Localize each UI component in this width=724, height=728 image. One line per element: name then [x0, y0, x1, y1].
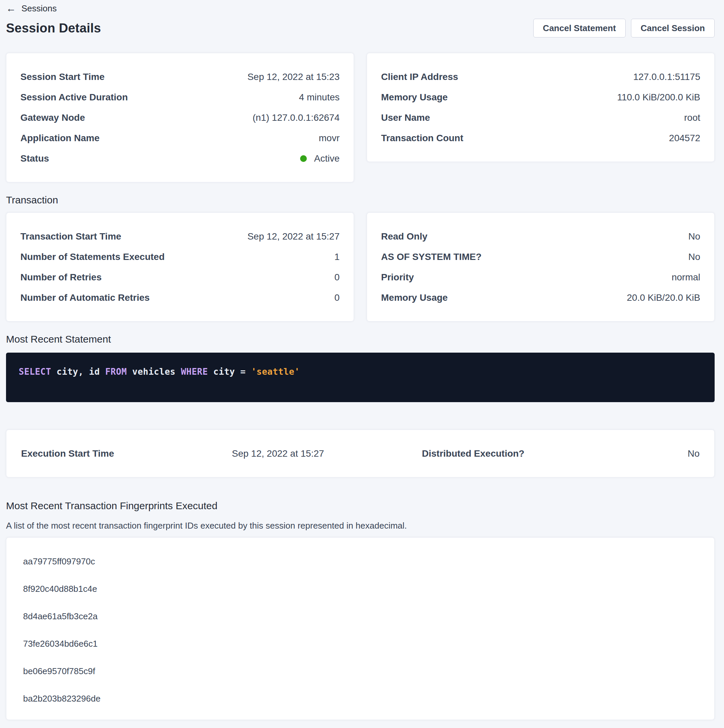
kv-row-transaction-count: Transaction Count 204572 [381, 128, 700, 148]
kv-row-retries: Number of Retries 0 [20, 267, 340, 288]
distributed-execution-label: Distributed Execution? [422, 448, 687, 459]
execution-details-card: Execution Start Time Sep 12, 2022 at 15:… [6, 430, 715, 477]
status-badge: Active [300, 153, 340, 164]
back-link-label: Sessions [21, 3, 57, 14]
kv-value: 1 [334, 252, 340, 262]
execution-start-time-label: Execution Start Time [21, 448, 232, 459]
cancel-statement-button[interactable]: Cancel Statement [533, 19, 626, 37]
cancel-session-button[interactable]: Cancel Session [631, 19, 715, 37]
execution-start-time-value: Sep 12, 2022 at 15:27 [232, 448, 422, 459]
transaction-card-left: Transaction Start Time Sep 12, 2022 at 1… [6, 213, 354, 321]
kv-value: 0 [334, 292, 340, 303]
kv-value: 204572 [669, 133, 700, 144]
sql-plain: city = [208, 367, 251, 377]
top-nav: ← Sessions [6, 0, 715, 14]
kv-label: Client IP Address [381, 72, 458, 82]
sql-statement-text: SELECT city, id FROM vehicles WHERE city… [19, 367, 702, 377]
kv-value: 20.0 KiB/20.0 KiB [627, 292, 700, 303]
kv-value: 4 minutes [299, 92, 340, 103]
transaction-row: Transaction Start Time Sep 12, 2022 at 1… [6, 213, 715, 321]
kv-row-memory-usage: Memory Usage 110.0 KiB/200.0 KiB [381, 87, 700, 107]
kv-value: 110.0 KiB/200.0 KiB [617, 92, 700, 103]
gateway-node-link[interactable]: (n1) 127.0.0.1:62674 [253, 112, 340, 123]
session-summary-card-left: Session Start Time Sep 12, 2022 at 15:23… [6, 53, 354, 182]
kv-label: Session Start Time [20, 72, 105, 82]
sql-plain: city, id [51, 367, 106, 377]
header-buttons: Cancel Statement Cancel Session [533, 19, 715, 37]
sql-keyword: WHERE [181, 367, 208, 377]
kv-value: movr [319, 133, 340, 144]
kv-row-status: Status Active [20, 148, 340, 168]
fingerprint-list-item: 8d4ae61a5fb3ce2a [23, 603, 700, 630]
kv-row-transaction-start-time: Transaction Start Time Sep 12, 2022 at 1… [20, 226, 340, 246]
kv-label: AS OF SYSTEM TIME? [381, 252, 481, 262]
kv-value: 0 [334, 272, 340, 283]
transaction-section-heading: Transaction [6, 194, 715, 206]
status-active-dot-icon [300, 155, 307, 162]
back-arrow-icon: ← [6, 3, 16, 14]
kv-value: No [688, 231, 700, 242]
kv-value: Sep 12, 2022 at 15:27 [247, 231, 340, 242]
sql-statement-box: SELECT city, id FROM vehicles WHERE city… [6, 353, 715, 402]
fingerprint-list-item: 8f920c40d88b1c4e [23, 575, 700, 603]
kv-row-priority: Priority normal [381, 267, 700, 288]
sql-keyword: SELECT [19, 367, 51, 377]
kv-row-read-only: Read Only No [381, 226, 700, 246]
fingerprint-list-item: be06e9570f785c9f [23, 658, 700, 685]
session-summary-row: Session Start Time Sep 12, 2022 at 15:23… [6, 53, 715, 182]
session-summary-card-right: Client IP Address 127.0.0.1:51175 Memory… [367, 53, 715, 162]
kv-row-as-of-system-time: AS OF SYSTEM TIME? No [381, 246, 700, 267]
kv-label: Gateway Node [20, 112, 85, 123]
kv-label: Number of Automatic Retries [20, 292, 150, 303]
kv-row-txn-memory-usage: Memory Usage 20.0 KiB/20.0 KiB [381, 288, 700, 308]
kv-value: Sep 12, 2022 at 15:23 [247, 72, 340, 82]
kv-row-automatic-retries: Number of Automatic Retries 0 [20, 288, 340, 308]
kv-label: Read Only [381, 231, 427, 242]
fingerprints-card: aa79775ff097970c 8f920c40d88b1c4e 8d4ae6… [6, 537, 715, 720]
statement-section-heading: Most Recent Statement [6, 333, 715, 346]
distributed-execution-value: No [687, 448, 700, 459]
kv-value: root [684, 112, 700, 123]
kv-value: normal [672, 272, 700, 283]
kv-label: Priority [381, 272, 414, 283]
kv-label: Number of Retries [20, 272, 102, 283]
fingerprint-list-item: aa79775ff097970c [23, 548, 700, 575]
transaction-card-right: Read Only No AS OF SYSTEM TIME? No Prior… [367, 213, 715, 321]
kv-row-client-ip: Client IP Address 127.0.0.1:51175 [381, 67, 700, 87]
sql-plain: vehicles [127, 367, 181, 377]
kv-label: Transaction Count [381, 133, 463, 144]
kv-row-gateway-node: Gateway Node (n1) 127.0.0.1:62674 [20, 107, 340, 128]
kv-row-user-name: User Name root [381, 107, 700, 128]
kv-label: Memory Usage [381, 292, 448, 303]
kv-value: 127.0.0.1:51175 [633, 72, 700, 82]
kv-row-statements-executed: Number of Statements Executed 1 [20, 246, 340, 267]
sql-keyword: FROM [105, 367, 127, 377]
fingerprints-section-heading: Most Recent Transaction Fingerprints Exe… [6, 500, 715, 512]
fingerprints-section-description: A list of the most recent transaction fi… [6, 520, 715, 531]
sql-string-literal: 'seattle' [251, 367, 300, 377]
kv-label: Status [20, 153, 49, 164]
kv-value: No [688, 252, 700, 262]
back-to-sessions-link[interactable]: ← Sessions [6, 3, 57, 14]
kv-row-application-name: Application Name movr [20, 128, 340, 148]
kv-label: Memory Usage [381, 92, 448, 103]
kv-row-session-active-duration: Session Active Duration 4 minutes [20, 87, 340, 107]
kv-label: User Name [381, 112, 430, 123]
kv-row-session-start-time: Session Start Time Sep 12, 2022 at 15:23 [20, 67, 340, 87]
fingerprint-list-item: 73fe26034bd6e6c1 [23, 630, 700, 658]
fingerprint-list-item: ba2b203b823296de [23, 685, 700, 712]
status-value: Active [314, 153, 340, 164]
page-title: Session Details [6, 21, 101, 35]
kv-label: Transaction Start Time [20, 231, 121, 242]
session-details-page: ← Sessions Session Details Cancel Statem… [0, 0, 724, 720]
kv-label: Number of Statements Executed [20, 252, 165, 262]
title-row: Session Details Cancel Statement Cancel … [6, 16, 715, 40]
kv-label: Session Active Duration [20, 92, 128, 103]
kv-label: Application Name [20, 133, 99, 144]
